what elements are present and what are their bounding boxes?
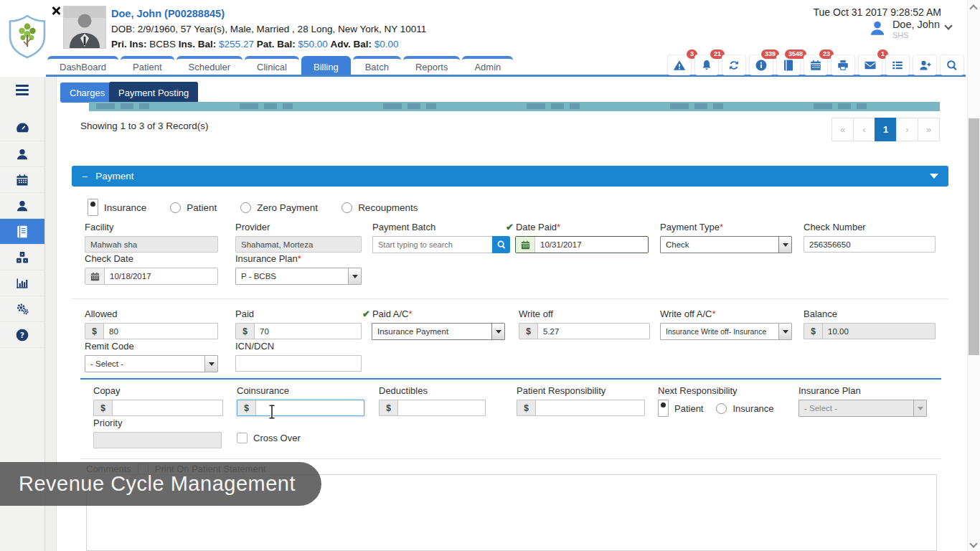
sidebar-item-dashboard[interactable] (0, 116, 44, 141)
records-summary: Showing 1 to 3 of 3 Record(s) (80, 121, 209, 131)
subtab-payment-posting[interactable]: Payment Posting (109, 82, 198, 103)
calendar-icon[interactable] (516, 237, 535, 253)
user-org: SHS (892, 31, 940, 39)
required-mark: * (712, 309, 716, 319)
payment-panel-header[interactable]: − Payment (72, 166, 948, 187)
sidebar-item-scheduler[interactable] (0, 167, 44, 193)
payment-batch-input[interactable] (372, 236, 492, 253)
next-resp-insurance-radio[interactable]: Insurance (716, 400, 773, 417)
remit-code-select[interactable]: - Select - (85, 355, 218, 372)
write-off-input[interactable] (538, 324, 649, 339)
copay-input[interactable] (113, 400, 222, 415)
calendar-icon[interactable]: 23 (804, 55, 828, 75)
dropdown-arrow-icon (204, 356, 217, 372)
write-off-ac-select[interactable]: Insurance Write off- Insurance (660, 323, 792, 340)
sidebar-item-patient[interactable] (0, 141, 44, 167)
info-icon[interactable]: 339 (749, 55, 773, 75)
deductibles-input[interactable] (398, 400, 485, 415)
scroll-down-icon[interactable] (969, 540, 977, 547)
mode-insurance-label: Insurance (104, 202, 146, 213)
date-paid-input[interactable] (535, 237, 648, 253)
payment-panel-title: Payment (95, 171, 133, 182)
payment-type-select[interactable]: Check (660, 236, 792, 253)
watermark-text: Revenue Cycle Management (19, 472, 296, 496)
printer-icon[interactable] (831, 55, 855, 75)
tab-patient[interactable]: Patient (121, 56, 174, 75)
cross-over-label: Cross Over (253, 433, 301, 443)
sidebar-item-help[interactable]: ? (0, 322, 44, 348)
search-icon[interactable] (940, 55, 964, 75)
alert-triangle-icon[interactable]: 3 (667, 55, 692, 75)
page-next-button[interactable]: › (896, 118, 918, 141)
currency-prefix: $ (804, 324, 823, 339)
scrollbar-thumb[interactable] (969, 118, 979, 355)
facility-input[interactable] (85, 236, 218, 253)
check-date-input[interactable] (105, 268, 217, 284)
chevron-down-icon[interactable] (930, 174, 938, 183)
refresh-icon[interactable] (722, 55, 746, 75)
page-first-button[interactable]: « (831, 118, 854, 141)
sidebar-item-billing[interactable] (0, 219, 44, 245)
sidebar-item-reports[interactable] (0, 270, 44, 296)
scroll-up-icon[interactable] (969, 4, 977, 12)
search-icon[interactable] (492, 236, 510, 253)
mode-patient-radio[interactable]: Patient (170, 199, 217, 216)
bell-icon[interactable]: 21 (694, 55, 719, 75)
cross-over-checkbox[interactable]: Cross Over (237, 433, 301, 443)
clipped-grid-header (89, 102, 940, 111)
icn-dcn-input[interactable] (235, 355, 362, 372)
priority-input[interactable] (93, 432, 222, 448)
patient-icon (15, 147, 29, 161)
tab-reports[interactable]: Reports (403, 56, 461, 75)
tab-dashboard[interactable]: DashBoard (47, 56, 118, 75)
envelope-icon[interactable]: 1 (858, 55, 882, 75)
page-current-button[interactable]: 1 (875, 118, 897, 141)
menu-icon[interactable] (0, 77, 44, 103)
vertical-scrollbar[interactable] (967, 0, 980, 551)
mode-recoupments-label: Recoupments (358, 202, 418, 213)
page-prev-button[interactable]: ‹ (853, 118, 875, 141)
payment-mode-group: Insurance Patient Zero Payment Recoupmen… (88, 199, 418, 216)
next-insurance-plan-select[interactable]: - Select - (798, 400, 927, 417)
dropdown-arrow-icon (348, 268, 361, 284)
list-icon[interactable] (885, 55, 910, 75)
user-name: Doe, John (892, 19, 940, 30)
tab-billing[interactable]: Billing (301, 56, 351, 75)
insurance-plan-select[interactable]: P - BCBS (235, 268, 362, 285)
tab-batch[interactable]: Batch (353, 56, 401, 75)
allowed-input[interactable] (104, 324, 217, 339)
patient-name[interactable]: Doe, John (P00288845) (111, 6, 426, 22)
check-number-input[interactable] (804, 236, 936, 253)
sidebar-item-modules[interactable] (0, 245, 44, 270)
mode-recoupments-radio[interactable]: Recoupments (341, 199, 418, 216)
mode-zero-payment-radio[interactable]: Zero Payment (240, 199, 318, 216)
paid-input[interactable] (255, 324, 361, 339)
collapse-icon[interactable]: − (82, 171, 88, 182)
patient-demographics: DOB: 2/9/1960, 57 Year(s), Male, Married… (111, 22, 426, 37)
sidebar-item-settings[interactable] (0, 296, 44, 322)
sidebar-item-user[interactable] (0, 193, 44, 219)
patient-responsibility-input[interactable] (536, 400, 644, 415)
tab-scheduler[interactable]: Scheduler (176, 56, 243, 75)
calendar-icon[interactable] (85, 268, 105, 284)
currency-prefix: $ (517, 400, 536, 415)
copay-label: Copay (93, 385, 223, 396)
page-last-button[interactable]: » (918, 118, 940, 141)
tab-clinical[interactable]: Clinical (245, 56, 299, 75)
user-menu[interactable]: Doe, John SHS (868, 19, 951, 39)
close-icon[interactable] (51, 6, 61, 16)
tab-admin[interactable]: Admin (462, 56, 513, 75)
date-paid-label: Date Paid (516, 222, 557, 232)
user-plus-icon[interactable] (913, 55, 937, 75)
mode-insurance-radio[interactable]: Insurance (88, 199, 146, 216)
pri-ins-value: BCBS (149, 39, 176, 50)
paid-ac-select[interactable]: Insurance Payment (372, 323, 505, 340)
provider-input[interactable] (235, 236, 362, 253)
ledger-icon[interactable]: 3548 (776, 55, 801, 75)
currency-prefix: $ (85, 324, 104, 339)
balance-label: Balance (804, 309, 936, 319)
next-resp-patient-radio[interactable]: Patient (658, 400, 703, 417)
balance-input[interactable] (823, 324, 935, 339)
currency-prefix: $ (380, 400, 398, 415)
subtab-charges[interactable]: Charges (60, 83, 114, 103)
